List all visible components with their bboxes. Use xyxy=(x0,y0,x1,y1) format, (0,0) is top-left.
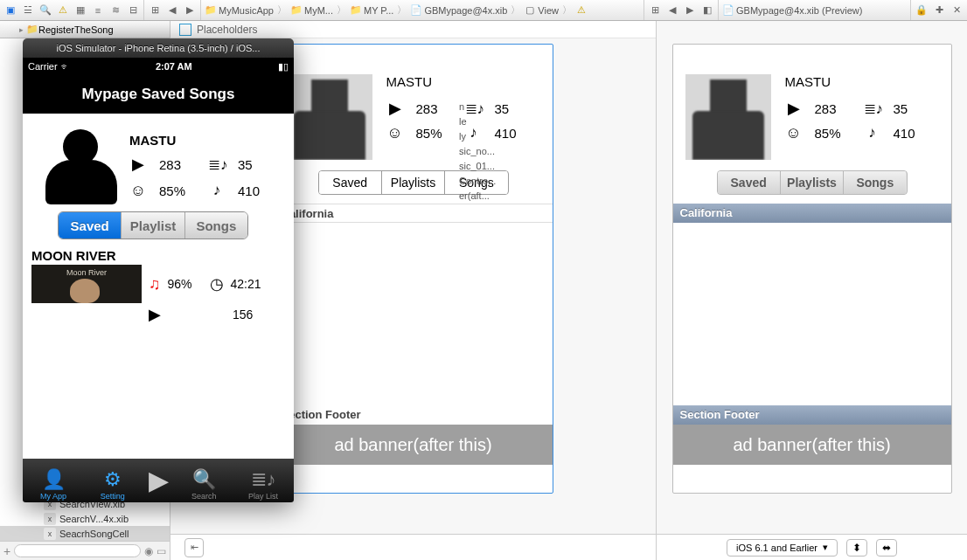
play-icon: ▶ xyxy=(149,305,161,324)
song-row[interactable]: MOON RIVER Moon River ♫ 96% ◷ 42:21 ▶ 15… xyxy=(23,248,294,324)
clock: 2:07 AM xyxy=(156,61,192,72)
add-icon: ✚ xyxy=(932,3,946,17)
segmented-control[interactable]: Saved Playlist Songs xyxy=(58,211,248,239)
sim-navbar: Mypage Saved Songs xyxy=(23,75,294,114)
tab-search[interactable]: 🔍Search xyxy=(180,468,227,502)
avatar-image xyxy=(287,74,372,160)
breadcrumb-center[interactable]: 📁MyMusicApp〉 📁MyM...〉 📁MY P...〉 📄GBMypag… xyxy=(201,0,644,20)
file-xib-icon: x xyxy=(44,528,56,540)
breadcrumb-right[interactable]: 📄GBMypage@4x.xib (Preview) xyxy=(719,0,911,20)
play-count: 283 xyxy=(416,101,453,116)
orientation-landscape-button[interactable]: ⬌ xyxy=(876,539,897,557)
smile-icon: ☺ xyxy=(386,124,404,142)
playlist-count: 35 xyxy=(495,101,510,116)
battery-icon: ▮▯ xyxy=(278,61,289,73)
preview-col: MASTU ▶ 283 ≣♪ 35 ☺ 85% ♪ 410 xyxy=(657,21,967,560)
zoom-button[interactable]: ⇤ xyxy=(184,538,204,557)
bg-file-fragments: n le ly sic_no... sic_01... Contro... er… xyxy=(459,100,496,204)
folder-icon: 📁 xyxy=(26,24,38,36)
segmented-control[interactable]: Saved Playlists Songs xyxy=(717,170,908,195)
wifi-icon: ᯤ xyxy=(60,61,70,72)
ad-banner: ad banner(after this) xyxy=(673,425,951,465)
ad-banner: ad banner(after this) xyxy=(275,425,553,465)
nav-filter-bar[interactable]: + ◉ ▭ xyxy=(0,541,170,560)
preview-device-frame: MASTU ▶ 283 ≣♪ 35 ☺ 85% ♪ 410 xyxy=(672,44,952,494)
smile-icon: ☺ xyxy=(785,124,803,142)
music-icon: ♫ xyxy=(149,275,161,294)
section-footer: Section Footer xyxy=(275,405,553,425)
sim-tabbar[interactable]: 👤My App ⚙Setting ▶ 🔍Search ≣♪Play List xyxy=(23,459,294,502)
ios-version-selector[interactable]: iOS 6.1 and Earlier▾ xyxy=(727,539,838,557)
username-label: MASTU xyxy=(386,74,540,89)
avatar-image xyxy=(44,129,119,204)
play-icon: ▶ xyxy=(386,99,404,118)
section-header: California xyxy=(673,204,951,223)
note-count: 410 xyxy=(495,126,517,141)
list-icon: ≣♪ xyxy=(208,156,226,174)
tb-nav-selector[interactable]: ▣ ☱ 🔍 ⚠ ▦ ≡ ≋ ⊟ xyxy=(0,0,144,20)
list-icon: ≣♪ xyxy=(864,100,881,118)
tab-setting[interactable]: ⚙Setting xyxy=(89,468,136,502)
section-footer: Section Footer xyxy=(673,405,951,425)
tab-play[interactable]: ▶ xyxy=(149,465,169,502)
username-label: MASTU xyxy=(785,74,939,89)
jump-bar-right-nav[interactable]: ⊞ ◀ ▶ ◧ xyxy=(644,0,719,20)
section-header: California xyxy=(275,204,553,223)
cube-icon xyxy=(179,24,191,36)
file-xib-icon: x xyxy=(44,513,56,525)
close-icon: ✕ xyxy=(950,3,964,17)
sim-titlebar[interactable]: iOS Simulator - iPhone Retina (3.5-inch)… xyxy=(23,38,294,58)
note-icon: ♪ xyxy=(208,182,226,199)
lock-icon: 🔒 xyxy=(915,3,929,17)
jump-bar-left[interactable]: ⊞ ◀ ▶ xyxy=(144,0,201,20)
clock-icon: ◷ xyxy=(210,274,224,294)
ios-simulator-window[interactable]: iOS Simulator - iPhone Retina (3.5-inch)… xyxy=(23,38,294,502)
filter-input[interactable] xyxy=(14,544,141,557)
play-icon: ▶ xyxy=(129,155,147,174)
xcode-toolbar: ▣ ☱ 🔍 ⚠ ▦ ≡ ≋ ⊟ ⊞ ◀ ▶ 📁MyMusicApp〉 📁MyM.… xyxy=(0,0,967,21)
right-ctl[interactable]: 🔒 ✚ ✕ xyxy=(911,0,967,20)
ib-device-frame[interactable]: MASTU ▶ 283 ≣♪ 35 ☺ 85% ♪ 410 xyxy=(274,44,553,494)
tab-my-app[interactable]: 👤My App xyxy=(30,468,77,502)
smile-pct: 85% xyxy=(416,126,453,141)
tab-playlist[interactable]: ≣♪Play List xyxy=(240,468,287,502)
nav-header: RegisterTheSong xyxy=(38,24,114,35)
note-icon: ♪ xyxy=(864,124,881,142)
orientation-portrait-button[interactable]: ⬍ xyxy=(846,539,867,557)
smile-icon: ☺ xyxy=(129,182,147,200)
song-thumbnail: Moon River xyxy=(31,265,142,303)
ib-outline-header: Placeholders xyxy=(170,21,656,38)
avatar-image xyxy=(685,74,771,160)
play-icon: ▶ xyxy=(785,99,803,118)
sim-statusbar: Carrier ᯤ 2:07 AM ▮▯ xyxy=(23,58,294,75)
